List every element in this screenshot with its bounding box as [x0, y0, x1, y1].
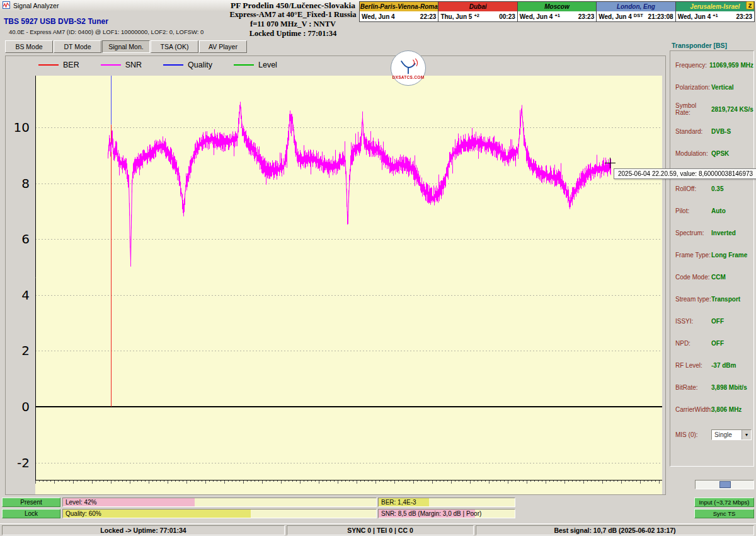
y-axis-label--2: -2	[6, 455, 33, 470]
snr-trace-canvas[interactable]	[35, 76, 662, 494]
transponder-mis-row: MIS (0):Single▾	[675, 428, 753, 441]
field-value: CCM	[711, 274, 726, 281]
field-value: 3,898 Mbit/s	[711, 384, 747, 391]
chart-legend: BERSNRQualityLevel	[38, 59, 299, 71]
clock-time-row: Wed, Jun 422:23	[360, 11, 438, 21]
field-value: 0.35	[711, 185, 723, 192]
sync-ts-indicator[interactable]: Sync TS	[694, 509, 754, 518]
tray-icon-z[interactable]: Z	[746, 1, 754, 9]
y-axis-label-8: 8	[6, 176, 33, 191]
cursor-crosshair	[605, 158, 616, 168]
ber-progress: BER: 1,4E-3	[378, 498, 515, 507]
clock-date: Wed, Jun 4	[678, 13, 711, 20]
site-line-4: Locked Uptime : 77:01:34	[189, 29, 397, 38]
field-value: -37 dBm	[711, 362, 736, 369]
clock-utc-offset: +2	[474, 13, 479, 18]
snr-progress-label: SNR: 8,5 dB (Margin: 3,0 dB | Poor)	[381, 510, 481, 518]
clock-time-row: Wed, Jun 4+123:23	[676, 11, 754, 21]
field-label: Symbol Rate:	[675, 102, 711, 116]
statusbar-cell-2: SYNC 0 | TEI 0 | CC 0	[287, 525, 474, 535]
value-tooltip: 2025-06-04 22.20.59, value: 8,6000003814…	[614, 168, 756, 179]
tuner-subtitle: 40.0E - Express AM7 (ID: 0400) @ LOF1: 1…	[4, 28, 203, 35]
field-label: Spectrum:	[675, 230, 711, 236]
legend-label: Quality	[188, 61, 212, 69]
clock-dubai: DubaiThu, Jun 5+200:23	[438, 1, 517, 22]
field-value: QPSK	[711, 150, 729, 157]
transponder-frame-type: Frame Type:Long Frame	[675, 248, 753, 261]
mis-dropdown[interactable]: Single▾	[711, 429, 752, 440]
tab-bs-mode[interactable]: BS Mode	[5, 40, 53, 53]
scrollbar-thumb[interactable]	[719, 481, 731, 488]
field-value: Long Frame	[711, 252, 747, 259]
tuner-title: TBS 5927 USB DVB-S2 Tuner	[4, 17, 203, 26]
field-label: Pilot:	[675, 207, 711, 214]
field-value: Inverted	[711, 230, 736, 236]
ber-progress-label: BER: 1,4E-3	[381, 498, 416, 507]
transponder-code-mode: Code Mode:CCM	[675, 271, 753, 283]
lock-indicator[interactable]: Lock	[2, 509, 60, 518]
transponder-stream-type: Stream type:Transport	[675, 293, 753, 305]
field-label: Polarization:	[675, 84, 711, 91]
field-label: Code Mode:	[675, 274, 711, 281]
y-axis-label-0: 0	[6, 399, 33, 414]
clock-time-row: Thu, Jun 5+200:23	[438, 11, 517, 21]
transponder-scrollbar[interactable]	[695, 480, 754, 489]
legend-item-quality: Quality	[163, 61, 212, 69]
clock-date: Wed, Jun 4	[598, 13, 632, 20]
field-value: OFF	[711, 318, 724, 325]
field-label: BitRate:	[675, 384, 711, 391]
quality-progress-label: Quality: 60%	[66, 510, 101, 518]
snr-color-line	[101, 64, 121, 66]
clock-city-label: Berlin-Paris-Vienna-Roma	[360, 2, 438, 11]
field-label: Stream type:	[675, 296, 711, 303]
field-value: Auto	[711, 207, 726, 214]
quality-progress: Quality: 60%	[62, 509, 377, 518]
clock-london-eng: London, EngWed, Jun 4DST21:23:08	[596, 1, 675, 22]
level-progress: Level: 42%	[62, 498, 377, 507]
field-label: MIS (0):	[675, 431, 711, 438]
chevron-down-icon[interactable]: ▾	[742, 430, 751, 440]
clock-utc-offset: +1	[713, 13, 718, 18]
clock-date: Wed, Jun 4	[520, 13, 553, 20]
tab-tsa-ok[interactable]: TSA (OK)	[151, 40, 198, 53]
field-value: Vertical	[711, 84, 734, 91]
transponder-standard: Standard:DVB-S	[675, 125, 753, 137]
quality-color-line	[163, 64, 183, 66]
statusbar-cell-1: Locked -> Uptime: 77:01:34	[2, 525, 285, 535]
legend-item-snr: SNR	[101, 61, 142, 69]
tab-dt-mode[interactable]: DT Mode	[54, 40, 101, 53]
world-clocks: Berlin-Paris-Vienna-RomaWed, Jun 422:23D…	[359, 1, 755, 22]
field-value: DVB-S	[711, 128, 731, 135]
transponder-modulation: Modulation:QPSK	[675, 147, 753, 160]
plot-area[interactable]: DXSATCS.COM	[35, 76, 662, 494]
dxsatcs-logo: DXSATCS.COM	[391, 50, 426, 86]
transponder-panel: Frequency:11069,959 MHzPolarization:Vert…	[670, 50, 754, 467]
field-label: RollOff:	[675, 185, 711, 192]
clock-date: Wed, Jun 4	[362, 13, 395, 20]
mode-tabs: BS ModeDT ModeSignal Mon.TSA (OK)AV Play…	[5, 40, 248, 53]
clock-time: 21:23:08	[648, 13, 673, 20]
tab-av-player[interactable]: AV Player	[199, 40, 247, 53]
transponder-spectrum: Spectrum:Inverted	[675, 226, 753, 239]
transponder-carrierwidth: CarrierWidth:3,806 MHz	[675, 403, 753, 416]
clock-time-row: Wed, Jun 4DST21:23:08	[597, 11, 675, 21]
clock-moscow: MoscowWed, Jun 4+123:23	[517, 1, 597, 22]
input-3-72-mbps-indicator[interactable]: Input (~3,72 Mbps)	[694, 498, 754, 507]
level-progress-label: Level: 42%	[66, 498, 96, 507]
window-title: Signal Analyzer	[13, 2, 59, 9]
present-indicator[interactable]: Present	[2, 498, 60, 507]
field-label: RF Level:	[675, 362, 711, 369]
signal-indicators-row-1: PresentLevel: 42%BER: 1,4E-3Input (~3,72…	[0, 498, 756, 507]
clock-city-label: Moscow	[518, 2, 596, 11]
snr-progress: SNR: 8,5 dB (Margin: 3,0 dB | Poor)	[378, 509, 515, 518]
tab-signal-mon[interactable]: Signal Mon.	[102, 40, 150, 53]
field-value: 3,806 MHz	[711, 406, 742, 413]
transponder-rf-level: RF Level:-37 dBm	[675, 359, 753, 371]
signal-chart-panel: BERSNRQualityLevel DXSATCS.COM 1086420-2	[5, 55, 666, 495]
field-label: NPD:	[675, 340, 711, 347]
clock-berlin-paris-vienna-roma: Berlin-Paris-Vienna-RomaWed, Jun 422:23	[359, 1, 438, 22]
mis-selected-value: Single	[712, 431, 742, 438]
y-axis-label-6: 6	[6, 231, 33, 247]
legend-item-ber: BER	[38, 61, 79, 69]
clock-time: 00:23	[499, 13, 515, 20]
